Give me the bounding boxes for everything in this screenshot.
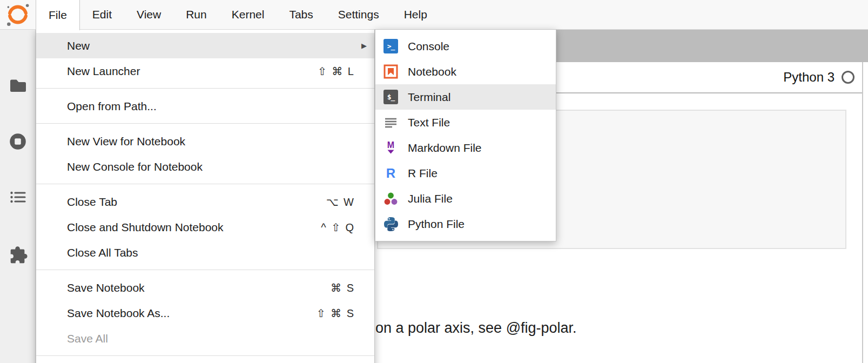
svg-text:M: M xyxy=(387,140,394,150)
menu-item-save-notebook[interactable]: Save Notebook ⌘ S xyxy=(36,275,374,300)
menu-item-label: Close and Shutdown Notebook xyxy=(67,221,224,234)
menubar-item-file[interactable]: File xyxy=(36,0,80,30)
submenu-item-label: Text File xyxy=(408,116,450,129)
submenu-item-notebook[interactable]: Notebook xyxy=(375,59,556,84)
menubar-item-edit[interactable]: Edit xyxy=(80,0,124,29)
menubar-item-run[interactable]: Run xyxy=(173,0,219,29)
menu-item-label: Save Notebook As... xyxy=(67,307,170,320)
table-of-contents-icon[interactable] xyxy=(7,186,29,208)
kernel-status-icon[interactable] xyxy=(842,71,854,84)
menu-item-new[interactable]: New ▶ xyxy=(36,33,374,58)
submenu-item-r-file[interactable]: R R File xyxy=(375,160,556,186)
menu-item-label: Close Tab xyxy=(67,196,117,209)
kernel-name: Python 3 xyxy=(783,70,835,85)
submenu-item-label: Julia File xyxy=(408,192,453,205)
menubar-item-tabs[interactable]: Tabs xyxy=(277,0,325,29)
submenu-item-python-file[interactable]: Python File xyxy=(375,211,556,237)
menu-shortcut: ^ ⇧ Q xyxy=(321,221,355,234)
menu-shortcut: ⇧ ⌘ L xyxy=(318,65,355,78)
menu-item-label: Save Notebook xyxy=(67,281,145,294)
menu-item-new-view-for-notebook[interactable]: New View for Notebook xyxy=(36,129,374,154)
submenu-item-julia-file[interactable]: Julia File xyxy=(375,186,556,211)
jupyter-logo[interactable] xyxy=(0,0,36,29)
menu-item-label: New Console for Notebook xyxy=(67,160,203,173)
submenu-arrow-icon: ▶ xyxy=(361,42,367,50)
submenu-item-label: Terminal xyxy=(408,91,450,104)
jupyter-logo-icon xyxy=(4,1,32,29)
menu-item-new-launcher[interactable]: New Launcher ⇧ ⌘ L xyxy=(36,58,374,84)
menu-separator xyxy=(36,179,374,189)
submenu-item-label: Markdown File xyxy=(408,142,482,154)
menu-item-label: Open from Path... xyxy=(67,100,157,113)
julia-file-icon xyxy=(383,191,398,206)
menu-item-close-all-tabs[interactable]: Close All Tabs xyxy=(36,240,374,265)
menu-separator xyxy=(36,84,374,93)
file-menu-dropdown: New ▶ New Launcher ⇧ ⌘ L Open from Path.… xyxy=(36,30,375,363)
menubar-item-view[interactable]: View xyxy=(124,0,173,29)
console-icon: >_ xyxy=(383,39,398,53)
kernel-indicator[interactable]: Python 3 xyxy=(783,70,854,85)
left-sidebar xyxy=(0,30,36,363)
menu-item-label: Save All xyxy=(67,332,108,345)
jupyterlab-window: Python 3 on a polar axis, see @fig-polar… xyxy=(0,0,868,363)
submenu-item-console[interactable]: >_ Console xyxy=(375,33,556,59)
menu-shortcut: ⌘ S xyxy=(331,281,355,294)
new-submenu: >_ Console Notebook $_ Terminal xyxy=(375,29,556,241)
panel-right-border xyxy=(862,62,863,363)
menubar-item-kernel[interactable]: Kernel xyxy=(219,0,277,29)
menu-item-label: New View for Notebook xyxy=(67,135,185,148)
submenu-item-text-file[interactable]: Text File xyxy=(375,110,556,135)
file-browser-icon[interactable] xyxy=(7,75,29,96)
menu-item-new-console-for-notebook[interactable]: New Console for Notebook xyxy=(36,154,374,179)
markdown-file-icon: M xyxy=(383,140,398,155)
menu-item-open-from-path[interactable]: Open from Path... xyxy=(36,93,374,119)
submenu-item-label: R File xyxy=(408,167,438,180)
menu-separator xyxy=(36,265,374,275)
menu-item-close-and-shutdown-notebook[interactable]: Close and Shutdown Notebook ^ ⇧ Q xyxy=(36,214,374,240)
submenu-item-label: Notebook xyxy=(408,65,456,78)
text-file-icon xyxy=(383,115,398,130)
extension-manager-icon[interactable] xyxy=(7,244,29,266)
menu-item-save-all[interactable]: Save All xyxy=(36,326,374,351)
running-kernels-icon[interactable] xyxy=(7,131,29,152)
submenu-item-label: Console xyxy=(408,40,449,53)
notebook-icon xyxy=(383,64,398,79)
submenu-item-label: Python File xyxy=(408,218,465,231)
submenu-item-markdown-file[interactable]: M Markdown File xyxy=(375,135,556,160)
menu-separator xyxy=(36,351,374,361)
submenu-item-terminal[interactable]: $_ Terminal xyxy=(375,84,556,110)
menu-item-label: New Launcher xyxy=(67,65,140,78)
menu-bar: File Edit View Run Kernel Tabs Settings … xyxy=(0,0,868,30)
markdown-paragraph: on a polar axis, see @fig-polar. xyxy=(375,320,577,337)
menu-separator xyxy=(36,119,374,129)
menu-item-close-tab[interactable]: Close Tab ⌥ W xyxy=(36,189,374,214)
terminal-icon: $_ xyxy=(383,90,398,104)
menubar-item-settings[interactable]: Settings xyxy=(326,0,392,29)
menu-item-label: Close All Tabs xyxy=(67,246,138,259)
menubar-item-help[interactable]: Help xyxy=(392,0,440,29)
menu-item-save-notebook-as[interactable]: Save Notebook As... ⇧ ⌘ S xyxy=(36,300,374,326)
menu-shortcut: ⇧ ⌘ S xyxy=(317,307,355,320)
menu-shortcut: ⌥ W xyxy=(326,196,355,209)
r-file-icon: R xyxy=(383,166,398,180)
python-file-icon xyxy=(383,217,398,231)
menu-item-label: New xyxy=(67,39,90,52)
